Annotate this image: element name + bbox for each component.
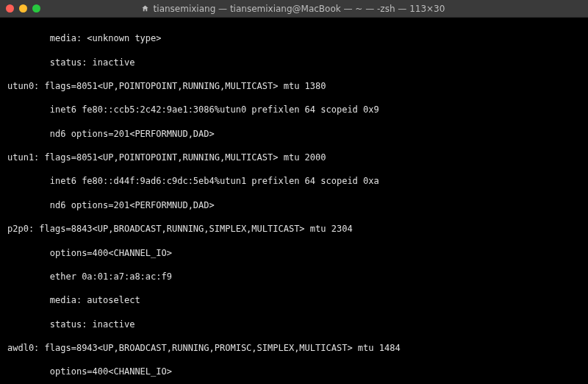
- minimize-button[interactable]: [19, 4, 27, 13]
- window-title: tiansemixiang — tiansemixiang@MacBook — …: [40, 4, 545, 14]
- output-line: inet6 fe80::ccb5:2c42:9ae1:3086%utun0 pr…: [7, 104, 581, 115]
- output-line: status: inactive: [7, 319, 581, 330]
- traffic-lights: [6, 4, 40, 13]
- maximize-button[interactable]: [32, 4, 40, 13]
- output-line: nd6 options=201<PERFORMNUD,DAD>: [7, 128, 581, 140]
- window-title-text: tiansemixiang — tiansemixiang@MacBook — …: [154, 4, 445, 14]
- output-line: inet6 fe80::d44f:9ad6:c9dc:5eb4%utun1 pr…: [7, 175, 581, 187]
- output-line: awdl0: flags=8943<UP,BROADCAST,RUNNING,P…: [7, 342, 581, 354]
- output-line: utun0: flags=8051<UP,POINTOPOINT,RUNNING…: [7, 80, 581, 92]
- home-icon: [141, 4, 149, 13]
- output-line: ether 0a:01:a7:a8:ac:f9: [7, 271, 581, 282]
- output-line: p2p0: flags=8843<UP,BROADCAST,RUNNING,SI…: [7, 223, 581, 235]
- output-line: nd6 options=201<PERFORMNUD,DAD>: [7, 199, 581, 211]
- output-line: media: <unknown type>: [7, 32, 581, 44]
- output-line: options=400<CHANNEL_IO>: [7, 247, 581, 259]
- close-button[interactable]: [6, 4, 14, 13]
- output-line: options=400<CHANNEL_IO>: [7, 366, 581, 377]
- output-line: utun1: flags=8051<UP,POINTOPOINT,RUNNING…: [7, 152, 581, 163]
- window-titlebar: tiansemixiang — tiansemixiang@MacBook — …: [0, 0, 588, 18]
- terminal-scrollback[interactable]: media: <unknown type> status: inactive u…: [0, 18, 588, 384]
- output-line: media: autoselect: [7, 294, 581, 306]
- output-line: status: inactive: [7, 57, 581, 68]
